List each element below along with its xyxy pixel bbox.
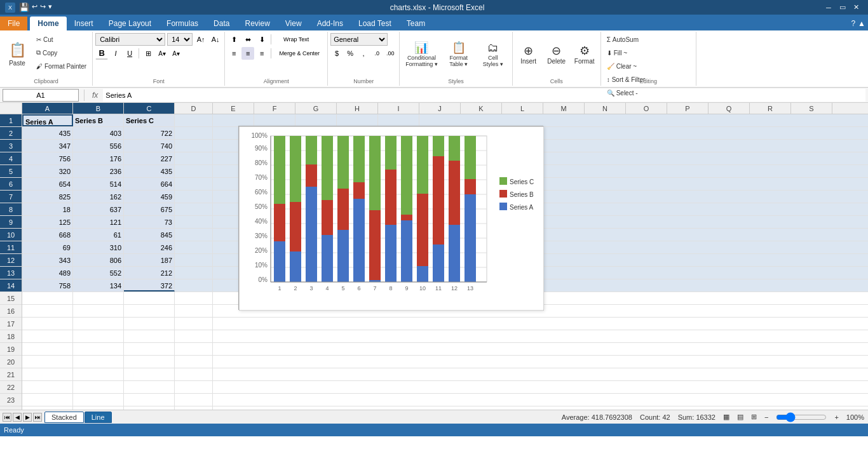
cell-D22[interactable] [175, 381, 213, 393]
cell-D15[interactable] [175, 292, 213, 304]
cell-A3[interactable]: 347 [22, 140, 73, 152]
row-header-9[interactable]: 9 [0, 216, 22, 229]
zoom-in-icon[interactable]: + [834, 413, 838, 421]
cell-D7[interactable] [175, 191, 213, 203]
decrease-decimal-button[interactable]: .00 [384, 47, 397, 60]
underline-button[interactable]: U [123, 47, 136, 60]
cell-A11[interactable]: 69 [22, 241, 73, 253]
row-header-20[interactable]: 20 [0, 356, 22, 368]
cell-B16[interactable] [73, 305, 124, 317]
col-header-I[interactable]: I [378, 103, 419, 114]
shrink-font-button[interactable]: A↓ [209, 33, 222, 46]
cut-button[interactable]: ✂ Cut [33, 33, 90, 46]
cell-B6[interactable]: 514 [73, 178, 124, 190]
cell-D9[interactable] [175, 216, 213, 228]
row-header-19[interactable]: 19 [0, 343, 22, 356]
format-button[interactable]: ⚙ Format [571, 33, 598, 75]
col-header-P[interactable]: P [667, 103, 709, 114]
cell-B7[interactable]: 162 [73, 191, 124, 203]
italic-button[interactable]: I [109, 47, 122, 60]
window-controls[interactable]: ─ ▭ ✕ [822, 3, 863, 13]
cell-B12[interactable]: 806 [73, 254, 124, 266]
cell-C8[interactable]: 675 [124, 203, 175, 215]
font-color-button[interactable]: A▾ [170, 47, 182, 60]
cell-B10[interactable]: 61 [73, 229, 124, 241]
cell-A4[interactable]: 756 [22, 152, 73, 164]
row-header-17[interactable]: 17 [0, 318, 22, 330]
cell-A16[interactable] [22, 305, 73, 317]
cell-D14[interactable] [175, 279, 213, 292]
cell-C19[interactable] [124, 343, 175, 355]
cell-B4[interactable]: 176 [73, 152, 124, 164]
cell-D3[interactable] [175, 140, 213, 152]
col-header-F[interactable]: F [254, 103, 295, 114]
col-header-K[interactable]: K [461, 103, 502, 114]
col-header-A[interactable]: A [22, 103, 73, 114]
col-header-H[interactable]: H [337, 103, 378, 114]
row-header-2[interactable]: 2 [0, 127, 22, 140]
cell-D4[interactable] [175, 152, 213, 164]
cell-D10[interactable] [175, 229, 213, 241]
redo-icon[interactable]: ↪ [40, 3, 46, 12]
cell-C4[interactable]: 227 [124, 152, 175, 164]
cell-A15[interactable] [22, 292, 73, 304]
cell-B22[interactable] [73, 381, 124, 393]
row-header-15[interactable]: 15 [0, 292, 22, 305]
cell-A21[interactable] [22, 368, 73, 380]
minimize-button[interactable]: ─ [822, 3, 835, 13]
cell-B14[interactable]: 134 [73, 279, 124, 292]
cell-B2[interactable]: 403 [73, 127, 124, 139]
cell-B23[interactable] [73, 394, 124, 406]
cell-A8[interactable]: 18 [22, 203, 73, 215]
tab-view[interactable]: View [278, 17, 309, 30]
cell-D18[interactable] [175, 330, 213, 342]
col-header-D[interactable]: D [175, 103, 213, 114]
normal-view-icon[interactable]: ▦ [723, 413, 729, 421]
tab-home[interactable]: Home [30, 17, 66, 30]
font-name-select[interactable]: Calibri [95, 33, 165, 46]
cell-C12[interactable]: 187 [124, 254, 175, 266]
cell-D1[interactable] [175, 114, 213, 126]
cell-A23[interactable] [22, 394, 73, 406]
customize-qat-icon[interactable]: ▾ [48, 3, 52, 12]
row-header-16[interactable]: 16 [0, 305, 22, 318]
row-header-4[interactable]: 4 [0, 152, 22, 165]
cell-D6[interactable] [175, 178, 213, 190]
zoom-slider[interactable] [776, 412, 827, 422]
row-header-23[interactable]: 23 [0, 394, 22, 406]
cell-A13[interactable]: 489 [22, 267, 73, 279]
col-header-R[interactable]: R [750, 103, 791, 114]
restore-button[interactable]: ▭ [836, 3, 849, 13]
cell-B9[interactable]: 121 [73, 216, 124, 228]
col-header-E[interactable]: E [213, 103, 254, 114]
save-icon[interactable]: 💾 [19, 3, 29, 12]
cell-B1[interactable]: Series B [73, 114, 124, 126]
col-header-N[interactable]: N [585, 103, 626, 114]
cell-C7[interactable]: 459 [124, 191, 175, 203]
next-sheet-button[interactable]: ▶ [23, 413, 32, 422]
increase-decimal-button[interactable]: .0 [370, 47, 383, 60]
cell-A20[interactable] [22, 356, 73, 368]
page-layout-icon[interactable]: ▤ [737, 413, 743, 421]
chart-container[interactable]: 0% 10% 20% 30% 40% 50% 60% [238, 126, 543, 310]
cell-D11[interactable] [175, 241, 213, 253]
conditional-formatting-button[interactable]: 📊 ConditionalFormatting ▾ [402, 33, 441, 75]
tab-addins[interactable]: Add-Ins [309, 17, 351, 30]
cell-C15[interactable] [124, 292, 175, 304]
font-size-select[interactable]: 14 [167, 33, 193, 46]
row-header-8[interactable]: 8 [0, 203, 22, 216]
format-painter-button[interactable]: 🖌 Format Painter [33, 60, 90, 72]
align-middle-button[interactable]: ⬌ [241, 33, 254, 46]
cell-A10[interactable]: 668 [22, 229, 73, 241]
cell-D20[interactable] [175, 356, 213, 368]
align-left-button[interactable]: ≡ [227, 47, 240, 60]
cell-A1[interactable]: Series A [22, 114, 73, 126]
cell-A17[interactable] [22, 318, 73, 330]
cell-D8[interactable] [175, 203, 213, 215]
row-header-24[interactable]: 24 [0, 406, 22, 410]
cell-C5[interactable]: 435 [124, 165, 175, 177]
format-as-table-button[interactable]: 📋 FormatTable ▾ [442, 33, 475, 75]
row-header-5[interactable]: 5 [0, 165, 22, 178]
cell-C13[interactable]: 212 [124, 267, 175, 279]
align-center-button[interactable]: ≡ [241, 47, 254, 60]
